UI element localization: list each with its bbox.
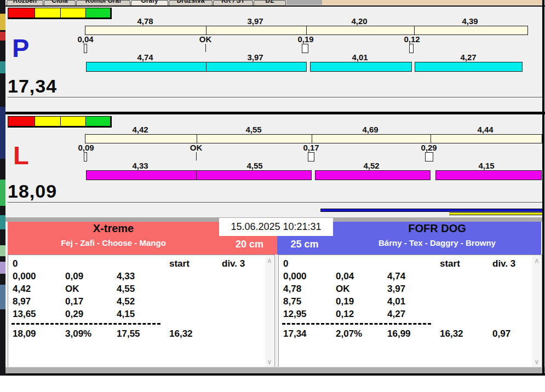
change-label: 0,12 — [387, 34, 437, 44]
lane-p-letter: P — [12, 35, 29, 61]
change-label: 0,29 — [404, 143, 454, 152]
desktop-edge-strip — [0, 0, 5, 376]
table-cell-total: 16,99 — [387, 328, 411, 339]
table-cell: OK — [65, 284, 79, 295]
change-marker — [409, 44, 414, 53]
segment-divider — [206, 62, 206, 71]
change-label: 0,04 — [61, 34, 110, 44]
table-cell: 8,97 — [13, 296, 31, 307]
status-light-green — [86, 8, 110, 18]
status-light-red — [8, 8, 35, 18]
team-right-dogs: Bárny - Tex - Daggry - Browny — [333, 238, 541, 247]
lane-separator — [5, 112, 545, 114]
scroll-down-icon[interactable]: ∨ — [532, 359, 541, 365]
split-label: 4,74 — [121, 53, 170, 62]
table-cell: 13,65 — [13, 309, 36, 320]
scroll-down-icon[interactable]: ∨ — [265, 359, 274, 365]
vertical-scrollbar[interactable]: ∧ ∨ — [532, 256, 541, 367]
table-cell-total: 16,32 — [440, 328, 463, 339]
vertical-scrollbar[interactable]: ∧ ∨ — [265, 256, 274, 367]
split-label: 4,33 — [116, 161, 165, 170]
tabbar-divider — [5, 5, 545, 7]
desktop-fragment — [0, 245, 5, 256]
table-cell: 8,75 — [283, 296, 301, 307]
table-cell: 12,95 — [283, 309, 307, 320]
tabbar-filler — [286, 0, 322, 5]
window-right-border — [542, 0, 544, 376]
desktop-fragment — [0, 14, 5, 30]
split-label: 4,52 — [347, 161, 396, 170]
split-label: 4,27 — [444, 53, 493, 62]
split-label: 4,78 — [121, 16, 170, 26]
table-cell: 0,09 — [65, 271, 83, 282]
scroll-up-icon[interactable]: ∧ — [265, 257, 274, 264]
table-cell: 4,01 — [387, 296, 405, 307]
table-cell: 0,000 — [283, 271, 307, 282]
split-label: 4,20 — [335, 16, 384, 26]
team-right-jump-height: 25 cm — [280, 239, 329, 250]
scroll-up-icon[interactable]: ∧ — [532, 257, 541, 264]
table-cell-total: 16,32 — [169, 328, 193, 339]
titlebar-remnant — [322, 0, 542, 5]
lane-divider-line — [8, 97, 542, 97]
tab-label: DZ — [254, 0, 285, 4]
table-cell-total: 17,55 — [117, 328, 140, 339]
table-cell: start — [169, 258, 190, 269]
desktop-fragment — [0, 32, 5, 41]
split-label: 4,01 — [335, 53, 385, 62]
table-cell: 4,52 — [117, 296, 135, 307]
lane-divider-line — [8, 202, 542, 203]
table-cell: 0,04 — [336, 271, 354, 282]
window-bottom-border — [5, 373, 545, 376]
segment-divider — [312, 135, 312, 143]
change-label: 0,17 — [286, 143, 336, 152]
table-cell-total: 3,09% — [65, 328, 91, 339]
tab-label: Čidla — [44, 0, 75, 4]
desktop-fragment — [0, 180, 5, 206]
split-label: 3,97 — [231, 16, 280, 26]
team-left-jump-height: 20 cm — [223, 239, 276, 250]
table-cell-total: 2,07% — [336, 328, 362, 339]
flyball-timing-app: Rozběh Čidla Kombi Graf Grafy Družstva K… — [0, 0, 545, 392]
blue-progress-line — [320, 209, 542, 212]
totals-separator — [282, 323, 431, 325]
segment-divider — [431, 135, 431, 143]
split-label: 4,15 — [462, 161, 511, 170]
table-cell: 4,15 — [117, 309, 135, 320]
change-marker — [84, 152, 87, 162]
lane-l-reference-bar — [85, 134, 542, 143]
table-cell: 4,42 — [13, 284, 31, 295]
change-marker — [84, 44, 87, 53]
status-light-yellow — [61, 8, 86, 18]
date-time-box: 15.06.2025 10:21:31 — [219, 218, 333, 236]
table-cell-total: 17,34 — [283, 328, 307, 339]
table-cell: 0,12 — [336, 309, 354, 320]
table-cell: 0,19 — [336, 296, 354, 307]
table-cell-total: 18,09 — [13, 328, 36, 339]
change-marker — [425, 152, 433, 162]
table-cell: 4,55 — [117, 284, 135, 295]
lane-l-status-lights — [8, 116, 112, 128]
change-marker — [308, 152, 314, 162]
status-light-yellow — [35, 117, 61, 126]
tab-label: KR / ST — [214, 0, 253, 4]
table-cell: 4,27 — [387, 309, 405, 320]
results-table-left[interactable]: 0 start div. 3 0,000 0,09 4,33 4,42 OK 4… — [8, 255, 275, 368]
change-marker-ok — [205, 44, 206, 52]
results-table-right[interactable]: 0 start div. 3 0,000 0,04 4,74 4,78 OK 3… — [278, 255, 542, 368]
table-cell: 0 — [13, 258, 18, 269]
lane-p-total-time: 17,34 — [8, 76, 57, 97]
lane-l-total-time: 18,09 — [8, 181, 57, 202]
desktop-fragment — [0, 262, 5, 274]
table-cell: 3,97 — [387, 284, 405, 295]
desktop-fragment — [0, 215, 5, 229]
table-cell: 4,74 — [387, 271, 405, 282]
table-cell: 0,000 — [13, 271, 36, 282]
status-light-yellow — [35, 8, 61, 18]
segment-divider — [306, 26, 307, 34]
lane-l-letter: L — [13, 142, 29, 168]
table-cell: 0 — [283, 258, 288, 269]
lane-l-run-bar — [435, 170, 542, 180]
table-cell: div. 3 — [492, 258, 515, 269]
split-label: 4,39 — [445, 16, 495, 26]
